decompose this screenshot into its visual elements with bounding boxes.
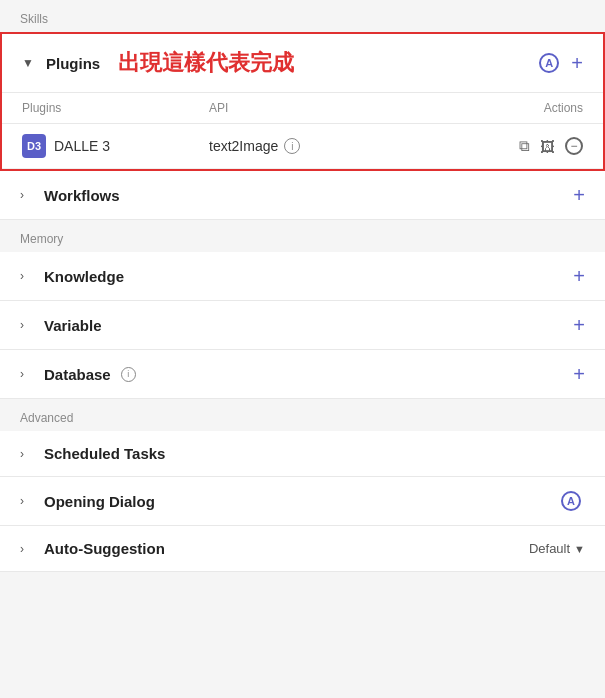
database-left: › Database i: [20, 366, 136, 383]
col-api-label: API: [209, 101, 396, 115]
scheduled-tasks-title: Scheduled Tasks: [44, 445, 165, 462]
dalle-icon: D3: [22, 134, 46, 158]
variable-chevron-right-icon: ›: [20, 318, 34, 332]
knowledge-title: Knowledge: [44, 268, 124, 285]
plugins-header: ▼ Plugins 出現這樣代表完成 A +: [2, 34, 603, 93]
opening-dialog-title: Opening Dialog: [44, 493, 155, 510]
plugins-title: Plugins: [46, 55, 100, 72]
plugins-table: Plugins API Actions D3 DALLE 3 text2Imag…: [2, 93, 603, 169]
scheduled-tasks-section[interactable]: › Scheduled Tasks: [0, 431, 605, 477]
opening-dialog-chevron-right-icon: ›: [20, 494, 34, 508]
database-add-button[interactable]: +: [573, 364, 585, 384]
image-icon[interactable]: 🖼: [540, 138, 555, 155]
remove-icon[interactable]: −: [565, 137, 583, 155]
knowledge-chevron-right-icon: ›: [20, 269, 34, 283]
plugins-table-header: Plugins API Actions: [2, 93, 603, 124]
plugins-a-icon[interactable]: A: [539, 53, 559, 73]
database-info-icon[interactable]: i: [121, 367, 136, 382]
workflows-chevron-right-icon: ›: [20, 188, 34, 202]
plugins-annotation: 出現這樣代表完成: [118, 48, 294, 78]
plugins-header-right: A +: [539, 53, 583, 73]
database-chevron-right-icon: ›: [20, 367, 34, 381]
plugin-name-cell: D3 DALLE 3: [22, 134, 209, 158]
col-actions-label: Actions: [396, 101, 583, 115]
col-plugins-label: Plugins: [22, 101, 209, 115]
plugins-chevron-down-icon[interactable]: ▼: [22, 56, 36, 70]
opening-dialog-left: › Opening Dialog: [20, 493, 155, 510]
opening-dialog-a-icon[interactable]: A: [561, 491, 581, 511]
workflows-section[interactable]: › Workflows +: [0, 171, 605, 220]
knowledge-section[interactable]: › Knowledge +: [0, 252, 605, 301]
table-row: D3 DALLE 3 text2Image i ⧉ 🖼 −: [2, 124, 603, 169]
plugin-actions-cell: ⧉ 🖼 −: [396, 137, 583, 155]
scheduled-tasks-left: › Scheduled Tasks: [20, 445, 165, 462]
plugins-add-button[interactable]: +: [571, 53, 583, 73]
variable-left: › Variable: [20, 317, 102, 334]
auto-suggestion-chevron-right-icon: ›: [20, 542, 34, 556]
copy-icon[interactable]: ⧉: [519, 137, 530, 155]
advanced-label: Advanced: [0, 399, 605, 431]
opening-dialog-section[interactable]: › Opening Dialog A: [0, 477, 605, 526]
plugins-section: ▼ Plugins 出現這樣代表完成 A + Plugins API Actio…: [0, 32, 605, 171]
knowledge-add-button[interactable]: +: [573, 266, 585, 286]
database-title: Database: [44, 366, 111, 383]
auto-suggestion-default-badge[interactable]: Default ▼: [529, 541, 585, 556]
auto-suggestion-left: › Auto-Suggestion: [20, 540, 165, 557]
workflows-title: Workflows: [44, 187, 120, 204]
api-info-icon[interactable]: i: [284, 138, 300, 154]
default-dropdown-arrow-icon: ▼: [574, 543, 585, 555]
variable-add-button[interactable]: +: [573, 315, 585, 335]
api-value: text2Image: [209, 138, 278, 154]
default-label: Default: [529, 541, 570, 556]
workflows-left: › Workflows: [20, 187, 120, 204]
workflows-add-button[interactable]: +: [573, 185, 585, 205]
plugins-header-left: ▼ Plugins 出現這樣代表完成: [22, 48, 294, 78]
skills-label: Skills: [0, 0, 605, 32]
auto-suggestion-section[interactable]: › Auto-Suggestion Default ▼: [0, 526, 605, 572]
plugin-api-cell: text2Image i: [209, 138, 396, 154]
auto-suggestion-title: Auto-Suggestion: [44, 540, 165, 557]
variable-title: Variable: [44, 317, 102, 334]
knowledge-left: › Knowledge: [20, 268, 124, 285]
plugin-name: DALLE 3: [54, 138, 110, 154]
database-section[interactable]: › Database i +: [0, 350, 605, 399]
memory-label: Memory: [0, 220, 605, 252]
variable-section[interactable]: › Variable +: [0, 301, 605, 350]
scheduled-tasks-chevron-right-icon: ›: [20, 447, 34, 461]
